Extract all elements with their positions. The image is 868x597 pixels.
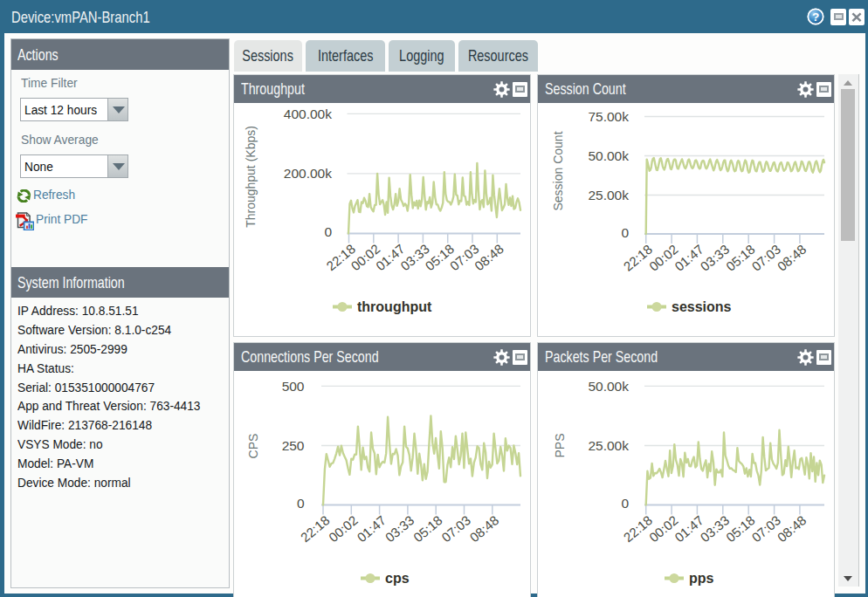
svg-text:0: 0 (621, 496, 629, 511)
svg-text:08:48: 08:48 (472, 241, 506, 273)
svg-text:cps: cps (385, 571, 410, 586)
svg-text:05:18: 05:18 (410, 512, 445, 545)
svg-text:?: ? (811, 10, 818, 24)
svg-text:08:48: 08:48 (775, 242, 809, 274)
svg-text:sessions: sessions (672, 299, 732, 314)
svg-text:01:47: 01:47 (672, 512, 706, 545)
svg-text:pps: pps (689, 571, 714, 586)
svg-text:250: 250 (282, 438, 305, 453)
svg-text:75.00k: 75.00k (588, 109, 629, 124)
svg-text:22:18: 22:18 (298, 512, 333, 545)
svg-text:01:47: 01:47 (672, 242, 706, 274)
svg-text:500: 500 (282, 379, 305, 394)
svg-text:22:18: 22:18 (621, 242, 656, 274)
svg-text:00:02: 00:02 (326, 512, 361, 545)
svg-text:22:18: 22:18 (621, 512, 656, 545)
svg-text:0: 0 (324, 224, 332, 239)
svg-text:Throughput (Kbps): Throughput (Kbps) (244, 126, 258, 228)
svg-text:25.00k: 25.00k (588, 188, 629, 202)
svg-text:50.00k: 50.00k (588, 379, 629, 394)
svg-text:03:33: 03:33 (382, 512, 417, 545)
svg-text:03:33: 03:33 (698, 242, 733, 274)
svg-text:05:18: 05:18 (723, 512, 758, 545)
svg-text:01:47: 01:47 (354, 512, 389, 545)
svg-text:400.00k: 400.00k (284, 106, 332, 121)
svg-text:PPS: PPS (553, 433, 567, 457)
svg-text:0: 0 (297, 496, 305, 511)
svg-text:throughput: throughput (357, 299, 432, 314)
svg-text:07:03: 07:03 (438, 512, 473, 545)
svg-text:Session Count: Session Count (551, 131, 565, 210)
svg-text:05:18: 05:18 (723, 242, 758, 274)
svg-text:07:03: 07:03 (748, 242, 783, 274)
svg-text:07:03: 07:03 (748, 512, 783, 545)
svg-text:00:02: 00:02 (646, 512, 681, 545)
svg-text:CPS: CPS (246, 434, 260, 459)
svg-text:0: 0 (621, 225, 629, 240)
svg-text:08:48: 08:48 (775, 512, 809, 545)
svg-text:25.00k: 25.00k (588, 438, 629, 453)
svg-text:03:33: 03:33 (698, 512, 733, 545)
svg-text:200.00k: 200.00k (284, 166, 332, 181)
svg-text:08:48: 08:48 (467, 512, 502, 545)
svg-text:50.00k: 50.00k (588, 148, 629, 163)
svg-text:00:02: 00:02 (646, 242, 681, 274)
